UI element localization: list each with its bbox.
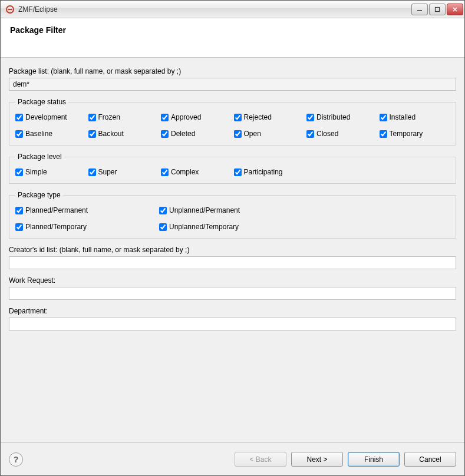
svg-rect-3 xyxy=(436,7,440,11)
level-complex-label: Complex xyxy=(171,168,199,176)
package-level-group: Package level SimpleSuperComplexParticip… xyxy=(9,153,456,184)
status-temporary-label: Temporary xyxy=(390,130,423,138)
status-baseline-label: Baseline xyxy=(25,130,52,138)
status-approved[interactable]: Approved xyxy=(161,113,232,121)
type-unplanned-permanent-checkbox[interactable] xyxy=(159,207,167,214)
level-simple[interactable]: Simple xyxy=(15,168,86,176)
level-participating[interactable]: Participating xyxy=(234,168,305,176)
status-rejected[interactable]: Rejected xyxy=(234,113,305,121)
level-participating-label: Participating xyxy=(244,168,283,176)
status-temporary[interactable]: Temporary xyxy=(380,130,450,138)
level-super-checkbox[interactable] xyxy=(88,168,96,176)
status-installed[interactable]: Installed xyxy=(380,113,450,121)
finish-button[interactable]: Finish xyxy=(348,452,400,467)
status-installed-label: Installed xyxy=(390,113,416,121)
type-planned-permanent-checkbox[interactable] xyxy=(15,207,23,214)
status-approved-checkbox[interactable] xyxy=(161,114,169,121)
status-backout-label: Backout xyxy=(98,130,124,138)
app-icon xyxy=(5,5,15,14)
status-closed-label: Closed xyxy=(316,130,338,138)
status-deleted-label: Deleted xyxy=(171,130,195,138)
status-rejected-checkbox[interactable] xyxy=(234,114,242,121)
status-open-checkbox[interactable] xyxy=(234,130,242,138)
status-open-label: Open xyxy=(244,130,261,138)
work-request-input[interactable] xyxy=(9,287,456,300)
status-deleted-checkbox[interactable] xyxy=(161,130,169,138)
type-unplanned-temporary[interactable]: Unplanned/Temporary xyxy=(159,223,301,231)
status-development-checkbox[interactable] xyxy=(15,114,23,121)
type-planned-permanent-label: Planned/Permanent xyxy=(25,206,88,214)
status-distributed-label: Distributed xyxy=(316,113,350,121)
type-unplanned-temporary-label: Unplanned/Temporary xyxy=(169,223,239,231)
status-deleted[interactable]: Deleted xyxy=(161,130,232,138)
maximize-button[interactable] xyxy=(429,4,446,15)
department-label: Department: xyxy=(9,307,456,315)
work-request-label: Work Request: xyxy=(9,276,456,285)
type-unplanned-permanent[interactable]: Unplanned/Permanent xyxy=(159,206,301,214)
window-title: ZMF/Eclipse xyxy=(18,5,411,14)
creator-id-label: Creator's id list: (blank, full name, or… xyxy=(9,246,456,254)
status-frozen[interactable]: Frozen xyxy=(88,113,159,121)
status-closed-checkbox[interactable] xyxy=(306,130,314,138)
titlebar: ZMF/Eclipse xyxy=(1,1,464,18)
dialog-window: ZMF/Eclipse Package Filter Package list:… xyxy=(0,0,465,476)
dialog-header: Package Filter xyxy=(1,18,464,58)
level-super[interactable]: Super xyxy=(88,168,159,176)
package-type-legend: Package type xyxy=(15,191,63,199)
package-list-input[interactable] xyxy=(9,78,456,91)
close-button[interactable] xyxy=(447,4,463,15)
type-planned-temporary[interactable]: Planned/Temporary xyxy=(15,223,157,231)
status-backout-checkbox[interactable] xyxy=(88,130,96,138)
type-unplanned-permanent-label: Unplanned/Permanent xyxy=(169,206,240,214)
status-distributed[interactable]: Distributed xyxy=(306,113,377,121)
status-frozen-label: Frozen xyxy=(98,113,120,121)
type-unplanned-temporary-checkbox[interactable] xyxy=(159,223,167,231)
level-simple-label: Simple xyxy=(25,168,47,176)
cancel-button[interactable]: Cancel xyxy=(404,452,456,467)
package-status-group: Package status DevelopmentFrozenApproved… xyxy=(9,98,456,146)
dialog-title: Package Filter xyxy=(10,25,455,35)
minimize-button[interactable] xyxy=(411,4,428,15)
window-buttons xyxy=(411,4,463,15)
level-simple-checkbox[interactable] xyxy=(15,168,23,176)
next-button[interactable]: Next > xyxy=(291,452,343,467)
level-complex-checkbox[interactable] xyxy=(161,168,169,176)
package-status-legend: Package status xyxy=(15,98,68,106)
status-temporary-checkbox[interactable] xyxy=(380,130,387,138)
status-baseline[interactable]: Baseline xyxy=(15,130,86,138)
type-planned-temporary-label: Planned/Temporary xyxy=(25,223,87,231)
department-input[interactable] xyxy=(9,318,456,330)
level-super-label: Super xyxy=(98,168,117,176)
dialog-content: Package list: (blank, full name, or mask… xyxy=(1,58,464,442)
status-development[interactable]: Development xyxy=(15,113,86,121)
status-closed[interactable]: Closed xyxy=(306,130,377,138)
status-development-label: Development xyxy=(25,113,67,121)
status-rejected-label: Rejected xyxy=(244,113,272,121)
package-type-group: Package type Planned/PermanentUnplanned/… xyxy=(9,191,456,239)
status-installed-checkbox[interactable] xyxy=(380,114,387,121)
package-list-label: Package list: (blank, full name, or mask… xyxy=(9,67,456,75)
status-approved-label: Approved xyxy=(171,113,201,121)
help-icon[interactable]: ? xyxy=(9,452,23,467)
level-participating-checkbox[interactable] xyxy=(234,168,242,176)
status-frozen-checkbox[interactable] xyxy=(88,114,96,121)
dialog-button-bar: ? < Back Next > Finish Cancel xyxy=(1,442,464,475)
status-backout[interactable]: Backout xyxy=(88,130,159,138)
back-button: < Back xyxy=(235,452,286,467)
type-planned-temporary-checkbox[interactable] xyxy=(15,223,23,231)
type-planned-permanent[interactable]: Planned/Permanent xyxy=(15,206,157,214)
status-distributed-checkbox[interactable] xyxy=(306,114,314,121)
package-level-legend: Package level xyxy=(15,153,64,161)
status-baseline-checkbox[interactable] xyxy=(15,130,23,138)
creator-id-input[interactable] xyxy=(9,256,456,269)
status-open[interactable]: Open xyxy=(234,130,305,138)
level-complex[interactable]: Complex xyxy=(161,168,232,176)
